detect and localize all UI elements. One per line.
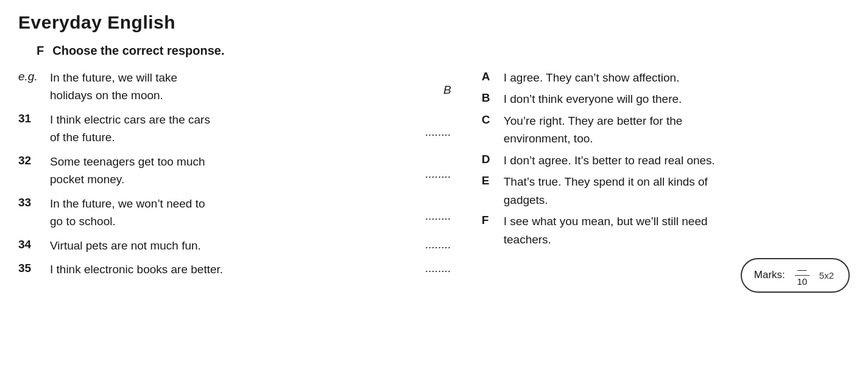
question-number: 32 (18, 153, 50, 167)
question-number: e.g. (18, 69, 50, 83)
question-answer-slot: ........ (403, 153, 464, 181)
response-text-line: I see what you mean, but we’ll still nee… (504, 212, 850, 230)
response-row: BI don’t think everyone will go there. (482, 90, 850, 108)
question-text-line: In the future, we will take (50, 69, 403, 86)
question-text-line: Some teenagers get too much (50, 153, 403, 170)
response-letter: C (482, 112, 504, 127)
question-text-block: In the future, we won’t need togo to sch… (50, 195, 403, 231)
response-row: AI agree. They can’t show affection. (482, 69, 850, 86)
question-text-line: holidays on the moon. (50, 86, 403, 104)
response-text-line: teachers. (504, 231, 850, 248)
question-answer-slot: B (403, 69, 464, 97)
question-text-block: Virtual pets are not much fun. (50, 237, 403, 254)
question-row: e.g.In the future, we will takeholidays … (18, 69, 464, 105)
response-text-line: I don’t think everyone will go there. (504, 90, 850, 108)
question-row: 31I think electric cars are the carsof t… (18, 111, 464, 147)
marks-formula: 5x2 (819, 270, 834, 281)
response-text-line: That’s true. They spend it on all kinds … (504, 173, 850, 190)
question-row: 33In the future, we won’t need togo to s… (18, 195, 464, 231)
response-text-block: I don’t agree. It’s better to read real … (504, 152, 850, 169)
left-column: e.g.In the future, we will takeholidays … (18, 69, 476, 293)
page-title: Everyday English (18, 12, 850, 33)
marks-label-text: Marks: (754, 269, 785, 281)
response-row: DI don’t agree. It’s better to read real… (482, 152, 850, 169)
response-row: EThat’s true. They spend it on all kinds… (482, 173, 850, 209)
response-letter: F (482, 212, 504, 227)
response-letter: A (482, 69, 504, 83)
marks-fraction-bottom: 10 (797, 276, 807, 287)
question-text-line: I think electric cars are the cars (50, 111, 403, 128)
instruction-text: Choose the correct response. (52, 44, 224, 57)
question-text-line: pocket money. (50, 170, 403, 188)
question-text-block: Some teenagers get too muchpocket money. (50, 153, 403, 189)
question-text-line: In the future, we won’t need to (50, 195, 403, 212)
question-text-line: Virtual pets are not much fun. (50, 237, 403, 254)
response-letter: E (482, 173, 504, 187)
question-text-line: of the future. (50, 128, 403, 146)
marks-fraction-top: — (795, 264, 810, 276)
question-text-line: go to school. (50, 212, 403, 230)
question-text-block: I think electric cars are the carsof the… (50, 111, 403, 147)
response-text-line: You’re right. They are better for the (504, 112, 850, 130)
question-answer-slot: ........ (403, 260, 464, 275)
question-row: 35I think electronic books are better...… (18, 260, 464, 278)
right-column: AI agree. They can’t show affection.BI d… (476, 69, 850, 293)
question-text-line: I think electronic books are better. (50, 260, 403, 278)
marks-inner: Marks:—105x2 (741, 258, 850, 293)
marks-fraction-block: —10 (795, 264, 810, 287)
response-text-block: I see what you mean, but we’ll still nee… (504, 212, 850, 248)
response-letter: D (482, 152, 504, 166)
response-text-line: gadgets. (504, 191, 850, 209)
question-text-block: I think electronic books are better. (50, 260, 403, 278)
instruction-label: F (37, 44, 44, 57)
response-text-block: That’s true. They spend it on all kinds … (504, 173, 850, 209)
question-text-block: In the future, we will takeholidays on t… (50, 69, 403, 105)
question-answer-slot: ........ (403, 195, 464, 223)
response-text-line: environment, too. (504, 130, 850, 147)
question-number: 34 (18, 237, 50, 251)
response-row: CYou’re right. They are better for theen… (482, 112, 850, 148)
response-text-line: I don’t agree. It’s better to read real … (504, 152, 850, 169)
question-number: 35 (18, 260, 50, 275)
question-answer-slot: ........ (403, 237, 464, 251)
question-answer-slot: ........ (403, 111, 464, 139)
response-letter: B (482, 90, 504, 105)
section-instruction: FChoose the correct response. (37, 44, 850, 58)
question-row: 34Virtual pets are not much fun......... (18, 237, 464, 254)
response-text-block: You’re right. They are better for theenv… (504, 112, 850, 148)
question-number: 33 (18, 195, 50, 209)
response-text-block: I agree. They can’t show affection. (504, 69, 850, 86)
content-area: e.g.In the future, we will takeholidays … (18, 69, 850, 293)
marks-box: Marks:—105x2 (482, 258, 850, 293)
response-text-line: I agree. They can’t show affection. (504, 69, 850, 86)
response-row: FI see what you mean, but we’ll still ne… (482, 212, 850, 248)
question-number: 31 (18, 111, 50, 125)
response-text-block: I don’t think everyone will go there. (504, 90, 850, 108)
question-row: 32Some teenagers get too muchpocket mone… (18, 153, 464, 189)
